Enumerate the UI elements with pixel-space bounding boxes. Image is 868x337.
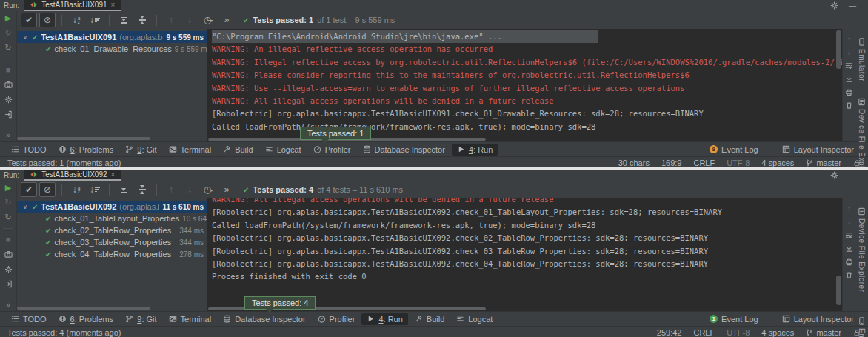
next-occurrence-icon[interactable]: ↓: [847, 48, 851, 56]
run-console[interactable]: WARNING: All illegal access operations w…: [207, 198, 842, 311]
run-tab[interactable]: TestA1BasicUIX091 ×: [24, 0, 121, 11]
next-occurrence-icon[interactable]: ↓: [847, 218, 851, 226]
stripe-button-device-file-explorer[interactable]: Device File Explorer: [858, 98, 866, 167]
print-icon[interactable]: [845, 88, 853, 96]
chevron-down-icon[interactable]: ∨: [23, 204, 29, 210]
rerun-failed-tests-icon[interactable]: ↻: [4, 44, 11, 52]
toolwindow-database-inspector[interactable]: Database Inspector: [218, 313, 310, 325]
toolwindow-profiler[interactable]: Profiler: [308, 144, 356, 156]
test-history-button[interactable]: ◷▾: [200, 13, 216, 27]
toolwindow-problems[interactable]: 6: Problems: [53, 313, 119, 325]
soft-wrap-icon[interactable]: [845, 61, 853, 70]
toolwindow-terminal[interactable]: Terminal: [164, 144, 217, 156]
previous-occurrence-icon[interactable]: ↑: [847, 204, 851, 213]
previous-occurrence-icon[interactable]: ↑: [847, 35, 851, 43]
show-passed-button[interactable]: ✔: [21, 13, 37, 27]
toolwindow-build[interactable]: Build: [218, 144, 258, 156]
gear-icon[interactable]: [830, 171, 838, 179]
print-icon[interactable]: [845, 258, 853, 266]
status-git-branch[interactable]: master: [806, 328, 841, 337]
scroll-to-end-icon[interactable]: [845, 244, 853, 253]
status-indent[interactable]: 4 spaces: [761, 328, 794, 337]
minimize-icon[interactable]: —: [849, 1, 856, 10]
toolwindow-database-inspector[interactable]: Database Inspector: [358, 144, 450, 156]
more-chevrons-icon[interactable]: »: [6, 131, 10, 139]
console-vertical-scrollbar[interactable]: [836, 30, 841, 69]
event-log-button[interactable]: 8 Event Log: [704, 144, 764, 156]
collapse-all-button[interactable]: [134, 13, 150, 27]
toolwindow-build[interactable]: Build: [410, 313, 450, 325]
show-ignored-button[interactable]: ⊘: [39, 182, 56, 197]
toolwindow-profiler[interactable]: Profiler: [313, 313, 361, 325]
screenshot-icon[interactable]: [4, 81, 13, 89]
status-line-ending[interactable]: CRLF: [693, 328, 715, 337]
show-ignored-button[interactable]: ⊘: [39, 13, 56, 27]
sort-by-duration-button[interactable]: ↓: [87, 182, 103, 197]
status-chars[interactable]: 30 chars: [618, 159, 650, 167]
test-history-button[interactable]: ◷▾: [200, 182, 216, 197]
tree-horizontal-scrollbar[interactable]: [17, 307, 150, 310]
status-caret-position[interactable]: 259:42: [657, 328, 682, 337]
show-passed-button[interactable]: ✔: [21, 182, 37, 197]
rerun-tests-icon[interactable]: ▶: [5, 14, 11, 22]
rerun-icon[interactable]: ↻: [4, 198, 11, 207]
more-actions-button[interactable]: »: [218, 13, 235, 27]
run-console[interactable]: "C:\Program Files\Android\Android Studio…: [207, 29, 842, 141]
soft-wrap-icon[interactable]: [845, 231, 853, 239]
more-chevrons-icon[interactable]: »: [6, 301, 10, 309]
rerun-failed-tests-icon[interactable]: ↻: [4, 213, 11, 221]
status-line-ending[interactable]: CRLF: [693, 159, 715, 167]
close-icon[interactable]: ×: [111, 1, 116, 9]
minimize-icon[interactable]: —: [849, 171, 856, 179]
rerun-tests-icon[interactable]: ▶: [5, 184, 11, 192]
tree-horizontal-scrollbar[interactable]: [17, 137, 150, 140]
import-test-results-icon[interactable]: [4, 280, 13, 288]
test-tree-row[interactable]: ✔ check_01_Drawable_Resources 9 s 559 ms: [17, 43, 207, 55]
expand-all-button[interactable]: [116, 13, 132, 27]
toolwindow-run[interactable]: 4: Run: [452, 144, 498, 156]
toolwindow-terminal[interactable]: Terminal: [164, 313, 217, 325]
toolwindow-run[interactable]: 4: Run: [361, 313, 407, 325]
test-tree-row[interactable]: ✔ check_04_TableRow_Properties 278 ms: [17, 248, 207, 260]
test-tree-row[interactable]: ✔ check_01_TableLayout_Properties 10 s 6…: [17, 213, 207, 224]
toolwindow-git[interactable]: 9: Git: [120, 313, 161, 325]
status-indent[interactable]: 4 spaces: [761, 159, 794, 167]
toolwindow-logcat[interactable]: Logcat: [451, 313, 498, 325]
expand-all-button[interactable]: [116, 182, 132, 197]
status-encoding[interactable]: UTF-8: [727, 159, 750, 167]
test-tree-row[interactable]: ✔ check_03_TableRow_Properties 344 ms: [17, 236, 207, 248]
test-settings-icon[interactable]: [4, 265, 13, 273]
clear-console-icon[interactable]: [845, 101, 853, 110]
gear-icon[interactable]: [830, 1, 838, 10]
stripe-button-emulator[interactable]: Emulator: [858, 38, 866, 81]
status-git-branch[interactable]: master: [806, 159, 841, 167]
toolwindow-git[interactable]: 9: Git: [120, 144, 161, 156]
toolwindow-todo[interactable]: TODO: [6, 313, 52, 325]
scroll-to-end-icon[interactable]: [845, 75, 853, 83]
layout-inspector-button[interactable]: Layout Inspector: [777, 313, 859, 325]
test-tree-root-row[interactable]: ∨ ✔ TestA1BasicUIX091 (org.aplas.basicap…: [17, 31, 207, 43]
event-log-button[interactable]: 1 Event Log: [704, 313, 764, 325]
sort-alphabetically-button[interactable]: ↓az: [68, 13, 84, 27]
test-tree-root-row[interactable]: ∨ ✔ TestA1BasicUIX092 (org.aplas.basicap…: [17, 201, 207, 213]
clear-console-icon[interactable]: [845, 271, 853, 279]
test-settings-icon[interactable]: [4, 96, 13, 104]
chevron-down-icon[interactable]: ∨: [23, 34, 29, 41]
stripe-button-device-file-explorer[interactable]: Device File Explorer: [858, 207, 866, 292]
test-tree-row[interactable]: ✔ check_02_TableRow_Properties 344 ms: [17, 224, 207, 236]
console-vertical-scrollbar[interactable]: [836, 276, 841, 305]
stripe-button-emulator[interactable]: Emulator: [858, 317, 866, 337]
rerun-icon[interactable]: ↻: [4, 29, 11, 37]
run-tab[interactable]: TestA1BasicUIX092 ×: [24, 170, 121, 181]
status-encoding[interactable]: UTF-8: [727, 328, 750, 337]
toolwindow-problems[interactable]: 6: Problems: [53, 144, 119, 156]
layout-inspector-button[interactable]: Layout Inspector: [777, 144, 859, 156]
toolwindow-todo[interactable]: TODO: [6, 144, 52, 156]
collapse-all-button[interactable]: [134, 182, 150, 197]
close-icon[interactable]: ×: [111, 170, 116, 178]
screenshot-icon[interactable]: [4, 250, 13, 258]
sort-by-duration-button[interactable]: ↓: [87, 13, 103, 27]
status-caret-position[interactable]: 169:9: [661, 159, 682, 167]
toolwindow-logcat[interactable]: Logcat: [260, 144, 307, 156]
more-actions-button[interactable]: »: [218, 182, 235, 197]
